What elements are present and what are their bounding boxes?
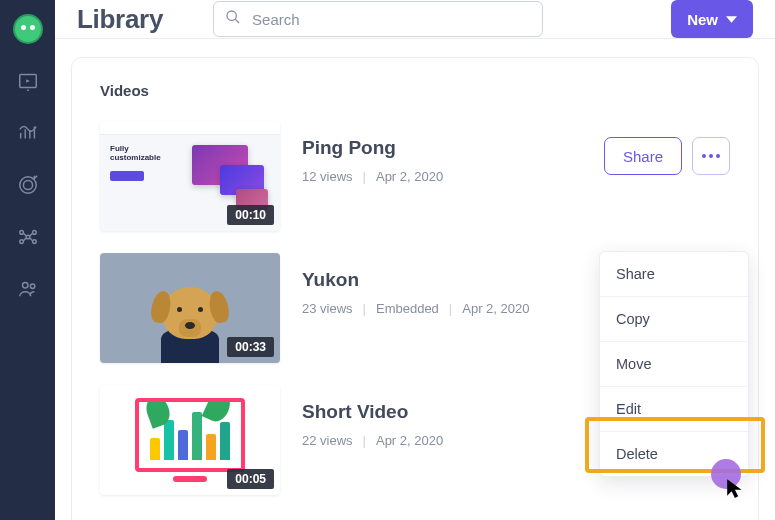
svg-point-4 [23,180,32,189]
search-input[interactable] [213,1,543,37]
search-icon [225,9,241,29]
menu-item-move[interactable]: Move [600,342,748,387]
dots-icon [702,154,720,158]
svg-point-12 [227,11,236,20]
svg-point-9 [26,235,30,239]
nav-network-icon[interactable] [13,222,43,252]
new-button[interactable]: New [671,0,753,38]
video-thumbnail[interactable]: 00:33 [100,253,280,363]
video-meta: 12 views | Apr 2, 2020 [302,169,443,184]
video-title[interactable]: Yukon [302,269,529,291]
sidebar [0,0,55,520]
page-title: Library [77,4,163,35]
nav-people-icon[interactable] [13,274,43,304]
context-menu: Share Copy Move Edit Delete [599,251,749,477]
svg-marker-1 [26,79,30,83]
video-thumbnail[interactable]: Fullycustomizable 00:10 [100,121,280,231]
section-title: Videos [100,82,730,99]
video-meta: 22 views | Apr 2, 2020 [302,433,443,448]
svg-point-13 [702,154,706,158]
svg-point-7 [19,240,23,244]
nav-library-icon[interactable] [13,66,43,96]
svg-point-15 [716,154,720,158]
video-row[interactable]: Fullycustomizable 00:10 Ping Pong 12 vie… [100,121,730,231]
topbar: Library New [55,0,775,39]
menu-item-copy[interactable]: Copy [600,297,748,342]
svg-point-11 [30,284,34,288]
nav-analytics-icon[interactable] [13,118,43,148]
menu-item-share[interactable]: Share [600,252,748,297]
svg-point-5 [19,231,23,235]
new-button-label: New [687,11,718,28]
video-title[interactable]: Ping Pong [302,137,443,159]
svg-point-6 [32,231,36,235]
video-duration: 00:05 [227,469,274,489]
svg-point-10 [22,283,28,289]
video-duration: 00:33 [227,337,274,357]
video-thumbnail[interactable]: 00:05 [100,385,280,495]
svg-point-8 [32,240,36,244]
menu-item-delete[interactable]: Delete [600,432,748,476]
video-meta: 23 views | Embedded | Apr 2, 2020 [302,301,529,316]
app-logo [13,14,43,44]
more-button[interactable] [692,137,730,175]
share-button[interactable]: Share [604,137,682,175]
nav-target-icon[interactable] [13,170,43,200]
svg-point-14 [709,154,713,158]
svg-point-2 [27,89,29,91]
video-title[interactable]: Short Video [302,401,443,423]
menu-item-edit[interactable]: Edit [600,387,748,432]
video-duration: 00:10 [227,205,274,225]
chevron-down-icon [726,14,737,25]
